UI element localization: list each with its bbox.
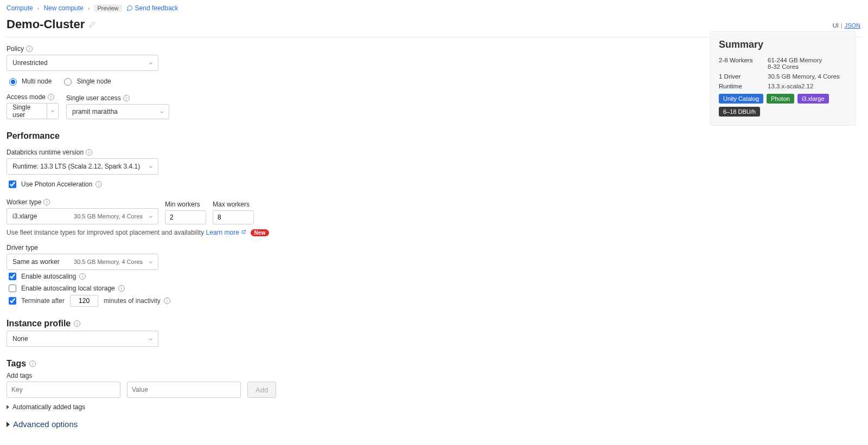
badge-instance-type: i3.xlarge	[797, 94, 829, 104]
chevron-down-icon	[148, 337, 154, 342]
min-workers-label: Min workers	[165, 201, 206, 208]
learn-more-link[interactable]: Learn more	[206, 229, 248, 236]
autoscale-checkbox[interactable]	[9, 273, 16, 280]
chevron-down-icon	[159, 109, 164, 115]
summary-heading: Summary	[719, 39, 847, 50]
summary-card: Summary 2-8 Workers 61-244 GB Memory8-32…	[710, 31, 856, 126]
driver-type-label: Driver type	[7, 244, 484, 251]
summary-workers-val: 61-244 GB Memory8-32 Cores	[768, 57, 822, 70]
runtime-select[interactable]: Runtime: 13.3 LTS (Scala 2.12, Spark 3.4…	[7, 158, 158, 175]
comment-icon	[126, 5, 133, 11]
info-icon[interactable]: i	[118, 285, 125, 292]
single-user-access-label: Single user accessi	[66, 94, 169, 102]
max-workers-label: Max workers	[213, 201, 254, 208]
radio-single-node[interactable]: Single node	[61, 76, 111, 86]
chevron-down-icon	[148, 214, 154, 220]
chevron-right-icon	[7, 422, 10, 427]
access-mode-select[interactable]: Single user	[7, 103, 59, 119]
terminate-minutes-input[interactable]	[70, 295, 98, 307]
add-tag-button[interactable]: Add	[247, 382, 276, 398]
single-user-access-select[interactable]: pramit marattha	[66, 104, 169, 119]
summary-workers-key: 2-8 Workers	[719, 57, 768, 70]
external-link-icon	[241, 229, 246, 235]
instance-profile-heading: Instance profilei	[7, 319, 484, 328]
badge-photon: Photon	[767, 94, 794, 104]
chevron-right-icon: ›	[37, 5, 40, 11]
chevron-down-icon	[148, 260, 154, 265]
info-icon[interactable]: i	[48, 94, 54, 100]
info-icon[interactable]: i	[26, 46, 33, 52]
crumb-new-compute[interactable]: New compute	[43, 4, 83, 12]
terminate-checkbox[interactable]	[9, 297, 16, 305]
info-icon[interactable]: i	[95, 181, 102, 188]
crumb-compute[interactable]: Compute	[7, 4, 33, 12]
tags-heading: Tagsi	[7, 359, 484, 369]
info-icon[interactable]: i	[29, 360, 36, 367]
min-workers-input[interactable]	[165, 210, 206, 224]
summary-driver-val: 30.5 GB Memory, 4 Cores	[768, 73, 840, 80]
driver-type-select[interactable]: Same as worker 30.5 GB Memory, 4 Cores	[7, 254, 158, 270]
chevron-down-icon	[148, 61, 154, 66]
edit-title-icon[interactable]	[89, 21, 97, 28]
badge-dbu: 6–18 DBU/h	[719, 107, 760, 117]
runtime-label: Databricks runtime versioni	[7, 149, 484, 156]
chevron-right-icon: ›	[88, 5, 90, 11]
info-icon[interactable]: i	[74, 320, 80, 327]
chevron-right-icon	[7, 405, 9, 409]
policy-select[interactable]: Unrestricted	[7, 55, 158, 71]
summary-runtime-val: 13.3.x-scala2.12	[768, 83, 813, 89]
add-tags-label: Add tags	[7, 372, 484, 379]
local-storage-checkbox[interactable]	[9, 285, 16, 292]
advanced-options-expander[interactable]: Advanced options	[7, 420, 484, 429]
fleet-hint: Use fleet instance types for improved sp…	[7, 229, 484, 236]
summary-driver-key: 1 Driver	[719, 73, 768, 80]
info-icon[interactable]: i	[123, 95, 130, 101]
send-feedback-link[interactable]: Send feedback	[126, 4, 178, 12]
info-icon[interactable]: i	[164, 298, 170, 304]
ui-json-toggle[interactable]: UI|JSON	[710, 22, 861, 29]
preview-badge: Preview	[94, 4, 122, 12]
performance-heading: Performance	[7, 131, 484, 141]
page-title: Demo-Cluster	[7, 17, 85, 31]
new-badge: New	[251, 229, 270, 236]
info-icon[interactable]: i	[86, 149, 92, 156]
worker-type-select[interactable]: i3.xlarge 30.5 GB Memory, 4 Cores	[7, 208, 158, 224]
worker-type-label: Worker typei	[7, 198, 158, 206]
instance-profile-select[interactable]: None	[7, 331, 158, 347]
breadcrumb: Compute › New compute › Preview Send fee…	[7, 4, 861, 12]
access-mode-label: Access modei	[7, 93, 59, 101]
auto-tags-expander[interactable]: Automatically added tags	[7, 403, 484, 411]
info-icon[interactable]: i	[79, 273, 86, 280]
policy-label: Policyi	[7, 45, 484, 53]
info-icon[interactable]: i	[43, 199, 50, 205]
max-workers-input[interactable]	[213, 210, 254, 224]
worker-type-detail: 30.5 GB Memory, 4 Cores	[74, 213, 143, 220]
driver-type-detail: 30.5 GB Memory, 4 Cores	[74, 259, 143, 265]
photon-checkbox[interactable]	[9, 180, 16, 188]
chevron-down-icon	[148, 164, 154, 170]
badge-unity-catalog: Unity Catalog	[719, 94, 763, 104]
radio-multi-node[interactable]: Multi node	[7, 76, 52, 86]
tag-key-input[interactable]	[7, 382, 120, 398]
summary-runtime-key: Runtime	[719, 83, 768, 89]
tag-value-input[interactable]	[127, 382, 241, 398]
